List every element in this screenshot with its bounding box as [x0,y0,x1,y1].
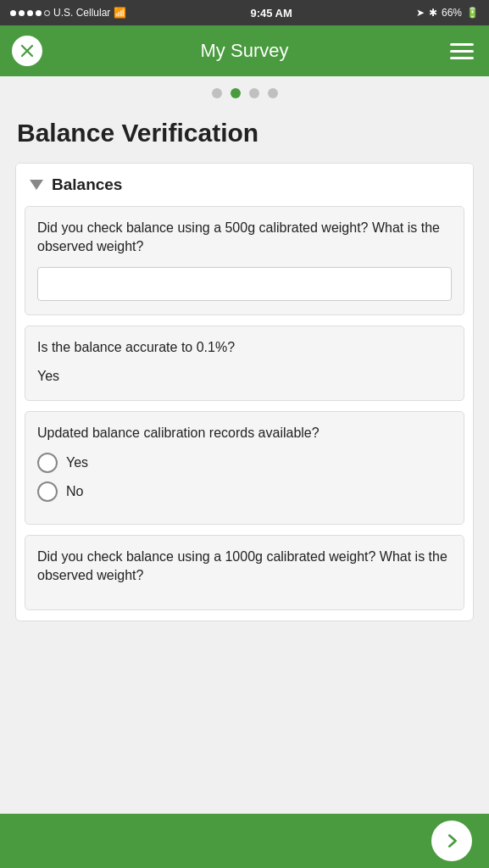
page-dot-1 [212,88,222,98]
status-left: U.S. Cellular 📶 [10,7,126,19]
hamburger-line-1 [450,43,474,46]
radio-label-no: No [66,484,83,499]
page-indicator [0,76,489,110]
next-icon [442,832,461,850]
carrier-label: U.S. Cellular [53,7,110,19]
signal-dot-2 [19,10,25,16]
signal-dot-1 [10,10,16,16]
main-content: Balance Verification Balances Did you ch… [0,110,489,709]
status-bar: U.S. Cellular 📶 9:45 AM ➤ ✱ 66% 🔋 [0,0,489,25]
battery-icon: 🔋 [466,7,479,19]
page-dot-4 [268,88,278,98]
question-2-answer: Yes [37,367,452,386]
radio-label-yes: Yes [66,455,88,470]
question-text-1: Did you check balance using a 500g calib… [37,219,452,257]
radio-option-yes[interactable]: Yes [37,453,452,473]
page-dot-3 [249,88,259,98]
battery-label: 66% [442,7,462,19]
app-header: My Survey [0,25,489,76]
question-1-input[interactable] [37,267,452,301]
close-icon [19,43,35,58]
question-card-2: Is the balance accurate to 0.1%? Yes [25,326,464,401]
question-card-4: Did you check balance using a 1000g cali… [25,535,464,610]
hamburger-line-3 [450,57,474,59]
next-button[interactable] [431,821,472,861]
hamburger-line-2 [450,50,474,53]
page-title: Balance Verification [15,119,474,147]
menu-button[interactable] [447,36,477,66]
section-header: Balances [16,164,473,206]
signal-dots [10,10,50,16]
question-text-2: Is the balance accurate to 0.1%? [37,338,452,357]
wifi-icon: 📶 [114,7,126,19]
question-text-3: Updated balance calibration records avai… [37,424,452,442]
header-title: My Survey [42,40,447,62]
radio-circle-no [37,481,58,502]
question-text-4: Did you check balance using a 1000g cali… [37,548,452,586]
page-dot-2 [231,88,241,98]
section-title: Balances [52,175,122,194]
question-card-1: Did you check balance using a 500g calib… [25,206,464,315]
radio-circle-yes [37,453,58,473]
close-button[interactable] [12,36,42,66]
question-card-3: Updated balance calibration records avai… [25,411,464,525]
signal-dot-5 [44,10,50,16]
bluetooth-icon: ✱ [429,7,437,19]
radio-option-no[interactable]: No [37,481,452,502]
bottom-nav-bar [0,814,489,868]
collapse-icon[interactable] [30,180,43,190]
signal-dot-4 [36,10,42,16]
balances-card: Balances Did you check balance using a 5… [15,163,474,621]
status-time: 9:45 AM [250,7,292,19]
signal-dot-3 [27,10,33,16]
status-right: ➤ ✱ 66% 🔋 [416,7,479,19]
location-icon: ➤ [416,7,425,19]
